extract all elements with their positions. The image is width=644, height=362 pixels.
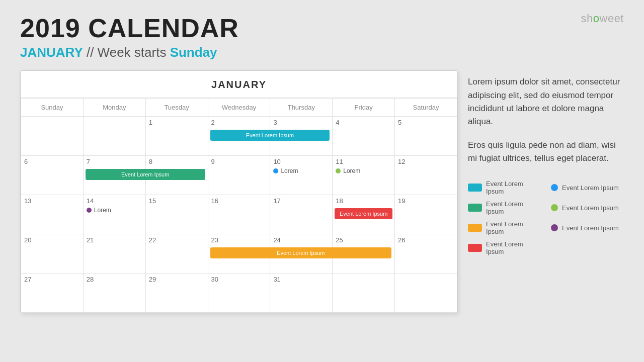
dot-olive-icon <box>336 168 341 173</box>
col-monday: Monday <box>83 99 145 117</box>
page-subtitle: JANUARY // Week starts Sunday <box>20 45 624 60</box>
dot-event-purple: Lorem <box>87 207 142 214</box>
page-title: 2019 CALENDAR <box>20 14 624 43</box>
legend-item-dot-olive: Event Lorem Ipsum <box>551 200 624 215</box>
day-cell: 30 <box>208 274 270 313</box>
calendar-grid: Sunday Monday Tuesday Wednesday Thursday… <box>21 98 457 313</box>
day-cell: 31 <box>270 274 333 313</box>
legend-label: Event Lorem Ipsum <box>562 184 619 192</box>
day-cell <box>395 274 457 313</box>
main-content: JANUARY Sunday Monday Tuesday Wednesday … <box>0 70 644 313</box>
col-friday: Friday <box>333 99 395 117</box>
brand-suffix: weet <box>600 12 624 25</box>
day-cell: 10 Lorem <box>270 156 333 195</box>
day-cell: 20 <box>21 234 84 274</box>
legend-item-orange: Event Lorem Ipsum <box>468 220 541 235</box>
subtitle-day: Sunday <box>170 45 217 60</box>
dot-event-blue: Lorem <box>273 167 329 174</box>
col-thursday: Thursday <box>270 99 333 117</box>
event-bar-orange: Event Lorem Ipsum <box>210 247 392 258</box>
table-row: 6 7 Event Lorem Ipsum 8 9 10 L <box>21 156 457 195</box>
description-para2: Eros quis ligula pede non ad diam, wisi … <box>468 139 624 165</box>
day-cell: 26 <box>395 234 457 274</box>
day-cell-week2-mon: 7 Event Lorem Ipsum <box>83 156 145 195</box>
table-row: 20 21 22 23 Event Lorem Ipsum 24 25 26 <box>21 234 457 274</box>
legend-label: Event Lorem Ipsum <box>562 224 619 232</box>
dot-purple-icon <box>87 208 92 213</box>
event-bar-teal: Event Lorem Ipsum <box>210 130 330 141</box>
legend-swatch-dot-blue <box>551 184 558 191</box>
legend-swatch-dot-olive <box>551 204 558 211</box>
day-cell: 28 <box>83 274 145 313</box>
day-cell-week1-wed: 2 Event Lorem Ipsum <box>208 117 270 156</box>
legend-swatch-teal <box>468 184 482 192</box>
dot-blue-icon <box>273 168 278 173</box>
day-cell <box>333 274 395 313</box>
day-cell: 4 <box>333 117 395 156</box>
day-cell: 19 <box>395 195 457 234</box>
day-cell <box>83 117 145 156</box>
legend-swatch-red <box>468 244 482 252</box>
table-row: 13 14 Lorem 15 16 17 18 <box>21 195 457 234</box>
day-cell: 27 <box>21 274 84 313</box>
day-cell: 5 <box>395 117 457 156</box>
description-para1: Lorem ipsum dolor sit amet, consectetur … <box>468 75 624 128</box>
brand-highlight: o <box>593 12 600 25</box>
event-bar-green: Event Lorem Ipsum <box>86 169 205 180</box>
day-cell: 6 <box>21 156 84 195</box>
right-panel: Lorem ipsum dolor sit amet, consectetur … <box>468 70 624 313</box>
table-row: 1 2 Event Lorem Ipsum 3 4 5 <box>21 117 457 156</box>
day-cell: 15 <box>145 195 208 234</box>
page-header: 2019 CALENDAR JANUARY // Week starts Sun… <box>0 0 644 65</box>
subtitle-month: JANUARY <box>20 45 83 60</box>
legend-swatch-green <box>468 204 482 212</box>
day-cell: 9 <box>208 156 270 195</box>
legend-label: Event Lorem Ipsum <box>486 240 541 255</box>
event-bar-red: Event Lorem Ipsum <box>335 208 392 219</box>
day-cell-week3-fri: 18 Event Lorem Ipsum <box>333 195 395 234</box>
calendar: JANUARY Sunday Monday Tuesday Wednesday … <box>20 70 458 313</box>
dot-event-olive: Lorem <box>336 167 391 174</box>
legend: Event Lorem Ipsum Event Lorem Ipsum Even… <box>468 180 624 255</box>
day-cell: 22 <box>145 234 208 274</box>
brand-prefix: sh <box>581 12 593 25</box>
subtitle-static: // Week starts <box>87 45 166 60</box>
calendar-month-header: JANUARY <box>21 71 457 98</box>
day-cell: 21 <box>83 234 145 274</box>
brand-logo: showeet <box>581 12 624 25</box>
legend-swatch-dot-purple <box>551 224 558 231</box>
day-cell-week4-wed: 23 Event Lorem Ipsum <box>208 234 270 274</box>
legend-label: Event Lorem Ipsum <box>486 180 541 195</box>
legend-label: Event Lorem Ipsum <box>486 220 541 235</box>
table-row: 27 28 29 30 31 <box>21 274 457 313</box>
col-tuesday: Tuesday <box>145 99 208 117</box>
legend-item-dot-purple: Event Lorem Ipsum <box>551 220 624 235</box>
col-saturday: Saturday <box>395 99 457 117</box>
legend-label: Event Lorem Ipsum <box>486 200 541 215</box>
legend-item-red: Event Lorem Ipsum <box>468 240 541 255</box>
day-cell: 11 Lorem <box>333 156 395 195</box>
day-cell: 17 <box>270 195 333 234</box>
col-sunday: Sunday <box>21 99 84 117</box>
day-cell <box>21 117 84 156</box>
day-cell: 14 Lorem <box>83 195 145 234</box>
day-cell: 12 <box>395 156 457 195</box>
day-cell: 29 <box>145 274 208 313</box>
legend-item-teal: Event Lorem Ipsum <box>468 180 541 195</box>
legend-swatch-orange <box>468 224 482 232</box>
day-cell: 1 <box>145 117 208 156</box>
day-cell: 16 <box>208 195 270 234</box>
legend-item-green: Event Lorem Ipsum <box>468 200 541 215</box>
legend-label: Event Lorem Ipsum <box>562 204 619 212</box>
day-cell: 13 <box>21 195 84 234</box>
legend-item-dot-blue: Event Lorem Ipsum <box>551 180 624 195</box>
col-wednesday: Wednesday <box>208 99 270 117</box>
